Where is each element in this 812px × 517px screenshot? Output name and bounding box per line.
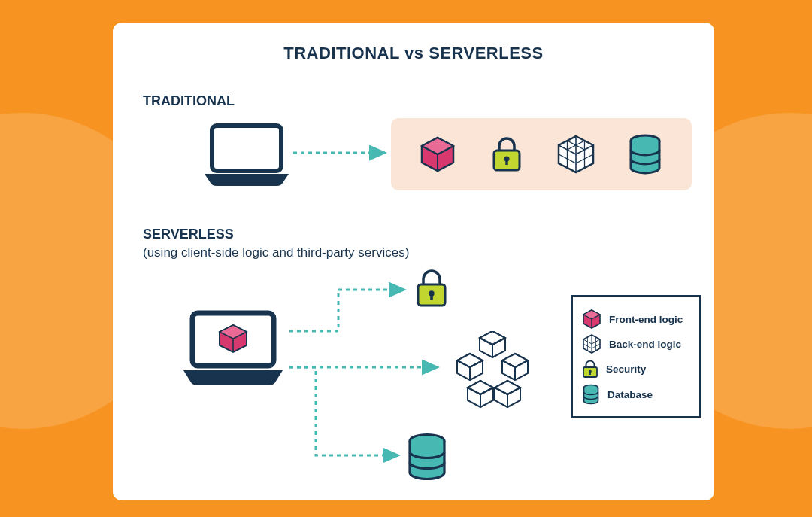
serverless-subtitle: (using client-side logic and third-party…: [143, 245, 684, 260]
legend-frontend-label: Front-end logic: [609, 314, 683, 325]
legend-security-label: Security: [606, 363, 646, 375]
legend-backend-label: Back-end logic: [609, 339, 681, 350]
laptop-with-frontend-icon: [180, 309, 286, 391]
legend-database: Database: [582, 384, 690, 405]
backend-cube-icon: [582, 334, 601, 354]
arrow-to-database: [289, 367, 398, 455]
legend-frontend: Front-end logic: [582, 309, 690, 329]
frontend-cube-icon: [417, 133, 459, 175]
lock-icon: [486, 133, 528, 175]
traditional-heading: TRADITIONAL: [143, 93, 684, 109]
backend-cubes-cluster-icon: [444, 331, 541, 424]
frontend-cube-icon: [582, 309, 601, 329]
database-icon: [624, 133, 666, 175]
lock-icon: [582, 359, 598, 379]
backend-cube-icon: [555, 133, 597, 175]
legend-backend: Back-end logic: [582, 334, 690, 354]
legend-database-label: Database: [607, 389, 653, 400]
diagram-title: TRADITIONAL vs SERVERLESS: [143, 44, 684, 63]
serverless-heading: SERVERLESS: [143, 227, 684, 242]
database-icon: [582, 384, 600, 405]
database-icon: [406, 433, 448, 484]
traditional-row: [143, 114, 684, 204]
svg-rect-73: [589, 372, 591, 376]
arrow-to-security: [289, 290, 404, 331]
legend-box: Front-end logic Back-end logic S: [571, 295, 701, 418]
svg-rect-1: [218, 132, 275, 165]
traditional-server-group: [391, 118, 692, 190]
svg-rect-11: [505, 159, 508, 165]
svg-rect-33: [430, 293, 433, 300]
laptop-icon: [201, 121, 292, 192]
legend-security: Security: [582, 359, 690, 379]
diagram-card: TRADITIONAL vs SERVERLESS TRADITIONAL: [113, 23, 714, 500]
security-lock-icon: [414, 267, 450, 312]
